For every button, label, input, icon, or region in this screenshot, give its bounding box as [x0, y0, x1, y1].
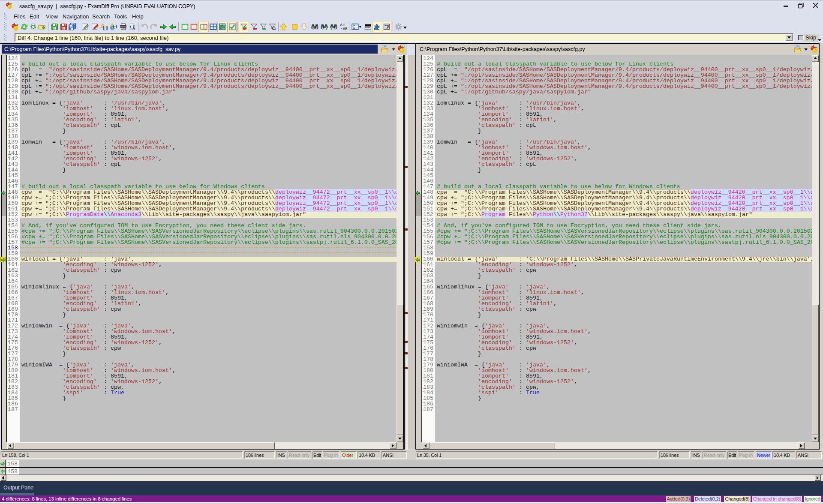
- svg-text:B: B: [345, 27, 347, 30]
- svg-text:A: A: [340, 23, 342, 27]
